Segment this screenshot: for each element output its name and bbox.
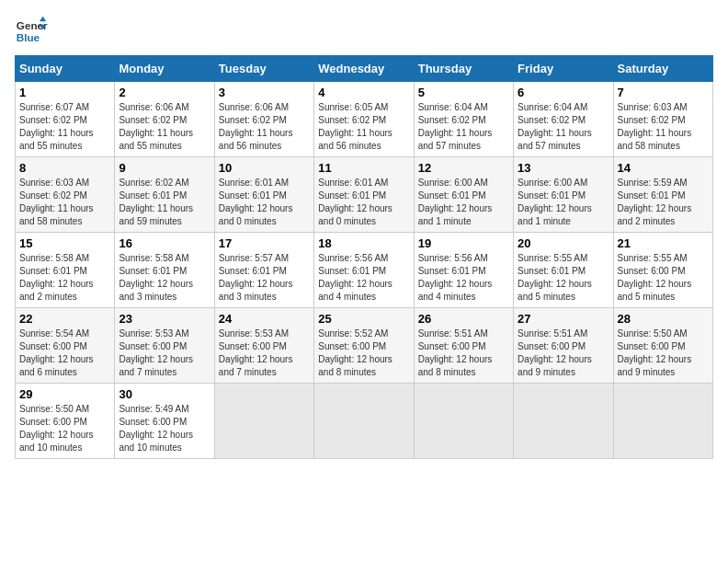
calendar-cell: 30 Sunrise: 5:49 AMSunset: 6:00 PMDaylig…	[115, 384, 214, 459]
page-header: General Blue	[15, 15, 713, 48]
calendar-week-1: 1 Sunrise: 6:07 AMSunset: 6:02 PMDayligh…	[16, 82, 713, 157]
day-number: 22	[19, 312, 110, 326]
calendar-cell: 5 Sunrise: 6:04 AMSunset: 6:02 PMDayligh…	[414, 82, 513, 157]
calendar-cell: 29 Sunrise: 5:50 AMSunset: 6:00 PMDaylig…	[16, 384, 115, 459]
day-info: Sunrise: 6:07 AMSunset: 6:02 PMDaylight:…	[19, 101, 110, 153]
calendar-cell: 22 Sunrise: 5:54 AMSunset: 6:00 PMDaylig…	[16, 308, 115, 384]
day-number: 19	[418, 236, 509, 250]
day-info: Sunrise: 6:05 AMSunset: 6:02 PMDaylight:…	[318, 101, 409, 153]
day-number: 18	[318, 236, 409, 250]
day-number: 12	[418, 161, 509, 175]
calendar-cell: 2 Sunrise: 6:06 AMSunset: 6:02 PMDayligh…	[115, 82, 214, 157]
calendar-cell	[414, 384, 513, 459]
day-info: Sunrise: 5:59 AMSunset: 6:01 PMDaylight:…	[618, 177, 709, 228]
calendar-cell: 24 Sunrise: 5:53 AMSunset: 6:00 PMDaylig…	[214, 308, 313, 384]
calendar-cell: 18 Sunrise: 5:56 AMSunset: 6:01 PMDaylig…	[314, 233, 414, 308]
calendar-week-4: 22 Sunrise: 5:54 AMSunset: 6:00 PMDaylig…	[16, 308, 713, 384]
day-info: Sunrise: 6:04 AMSunset: 6:02 PMDaylight:…	[418, 101, 509, 153]
day-number: 23	[119, 312, 210, 326]
day-number: 3	[219, 86, 310, 99]
header-thursday: Thursday	[414, 56, 513, 82]
day-number: 7	[618, 86, 709, 99]
calendar-cell: 15 Sunrise: 5:58 AMSunset: 6:01 PMDaylig…	[16, 233, 115, 308]
day-number: 27	[518, 312, 609, 326]
day-info: Sunrise: 5:55 AMSunset: 6:01 PMDaylight:…	[518, 252, 609, 304]
day-number: 16	[119, 236, 210, 250]
day-number: 26	[418, 312, 509, 326]
calendar-header-row: SundayMondayTuesdayWednesdayThursdayFrid…	[16, 56, 713, 82]
day-number: 14	[618, 161, 709, 175]
day-number: 20	[518, 236, 609, 250]
header-sunday: Sunday	[16, 56, 115, 82]
calendar-cell: 28 Sunrise: 5:50 AMSunset: 6:00 PMDaylig…	[613, 308, 712, 384]
day-info: Sunrise: 6:01 AMSunset: 6:01 PMDaylight:…	[219, 177, 310, 228]
day-info: Sunrise: 6:02 AMSunset: 6:01 PMDaylight:…	[119, 177, 210, 228]
day-number: 10	[219, 161, 310, 175]
calendar-cell: 23 Sunrise: 5:53 AMSunset: 6:00 PMDaylig…	[115, 308, 214, 384]
day-info: Sunrise: 5:56 AMSunset: 6:01 PMDaylight:…	[318, 252, 409, 304]
calendar-cell: 13 Sunrise: 6:00 AMSunset: 6:01 PMDaylig…	[514, 157, 613, 233]
header-wednesday: Wednesday	[314, 56, 414, 82]
calendar-cell: 19 Sunrise: 5:56 AMSunset: 6:01 PMDaylig…	[414, 233, 513, 308]
calendar-cell: 7 Sunrise: 6:03 AMSunset: 6:02 PMDayligh…	[613, 82, 712, 157]
calendar-cell: 14 Sunrise: 5:59 AMSunset: 6:01 PMDaylig…	[613, 157, 712, 233]
calendar-cell: 9 Sunrise: 6:02 AMSunset: 6:01 PMDayligh…	[115, 157, 214, 233]
calendar-cell: 3 Sunrise: 6:06 AMSunset: 6:02 PMDayligh…	[214, 82, 313, 157]
day-info: Sunrise: 6:00 AMSunset: 6:01 PMDaylight:…	[518, 177, 609, 228]
calendar-cell: 6 Sunrise: 6:04 AMSunset: 6:02 PMDayligh…	[514, 82, 613, 157]
day-number: 8	[19, 161, 110, 175]
day-info: Sunrise: 5:54 AMSunset: 6:00 PMDaylight:…	[19, 327, 110, 379]
day-number: 29	[19, 387, 110, 401]
day-number: 1	[19, 86, 110, 99]
day-number: 21	[618, 236, 709, 250]
calendar-cell	[613, 384, 712, 459]
calendar-cell: 11 Sunrise: 6:01 AMSunset: 6:01 PMDaylig…	[314, 157, 414, 233]
day-number: 13	[518, 161, 609, 175]
day-number: 25	[318, 312, 409, 326]
day-info: Sunrise: 6:06 AMSunset: 6:02 PMDaylight:…	[119, 101, 210, 153]
calendar-cell: 10 Sunrise: 6:01 AMSunset: 6:01 PMDaylig…	[214, 157, 313, 233]
day-number: 9	[119, 161, 210, 175]
day-info: Sunrise: 5:51 AMSunset: 6:00 PMDaylight:…	[518, 327, 609, 379]
day-info: Sunrise: 5:50 AMSunset: 6:00 PMDaylight:…	[618, 327, 709, 379]
svg-text:Blue: Blue	[17, 31, 40, 43]
calendar-cell: 16 Sunrise: 5:58 AMSunset: 6:01 PMDaylig…	[115, 233, 214, 308]
day-info: Sunrise: 5:56 AMSunset: 6:01 PMDaylight:…	[418, 252, 509, 304]
logo-icon: General Blue	[15, 15, 48, 48]
day-number: 17	[219, 236, 310, 250]
calendar-week-2: 8 Sunrise: 6:03 AMSunset: 6:02 PMDayligh…	[16, 157, 713, 233]
day-number: 15	[19, 236, 110, 250]
day-info: Sunrise: 6:03 AMSunset: 6:02 PMDaylight:…	[618, 101, 709, 153]
day-number: 30	[119, 387, 210, 401]
day-info: Sunrise: 5:53 AMSunset: 6:00 PMDaylight:…	[119, 327, 210, 379]
calendar-cell: 1 Sunrise: 6:07 AMSunset: 6:02 PMDayligh…	[16, 82, 115, 157]
header-tuesday: Tuesday	[214, 56, 313, 82]
day-number: 11	[318, 161, 409, 175]
calendar-cell	[514, 384, 613, 459]
day-info: Sunrise: 5:55 AMSunset: 6:00 PMDaylight:…	[618, 252, 709, 304]
calendar-cell: 26 Sunrise: 5:51 AMSunset: 6:00 PMDaylig…	[414, 308, 513, 384]
day-number: 28	[618, 312, 709, 326]
day-info: Sunrise: 5:58 AMSunset: 6:01 PMDaylight:…	[19, 252, 110, 304]
header-monday: Monday	[115, 56, 214, 82]
day-info: Sunrise: 5:51 AMSunset: 6:00 PMDaylight:…	[418, 327, 509, 379]
calendar-cell: 12 Sunrise: 6:00 AMSunset: 6:01 PMDaylig…	[414, 157, 513, 233]
calendar-cell: 25 Sunrise: 5:52 AMSunset: 6:00 PMDaylig…	[314, 308, 414, 384]
day-info: Sunrise: 5:57 AMSunset: 6:01 PMDaylight:…	[219, 252, 310, 304]
day-info: Sunrise: 6:01 AMSunset: 6:01 PMDaylight:…	[318, 177, 409, 228]
calendar-cell: 4 Sunrise: 6:05 AMSunset: 6:02 PMDayligh…	[314, 82, 414, 157]
calendar-week-3: 15 Sunrise: 5:58 AMSunset: 6:01 PMDaylig…	[16, 233, 713, 308]
calendar-cell: 21 Sunrise: 5:55 AMSunset: 6:00 PMDaylig…	[613, 233, 712, 308]
day-info: Sunrise: 5:49 AMSunset: 6:00 PMDaylight:…	[119, 403, 210, 454]
day-number: 2	[119, 86, 210, 99]
header-saturday: Saturday	[613, 56, 712, 82]
calendar-cell: 17 Sunrise: 5:57 AMSunset: 6:01 PMDaylig…	[214, 233, 313, 308]
header-friday: Friday	[514, 56, 613, 82]
day-info: Sunrise: 6:06 AMSunset: 6:02 PMDaylight:…	[219, 101, 310, 153]
day-number: 6	[518, 86, 609, 99]
day-info: Sunrise: 5:50 AMSunset: 6:00 PMDaylight:…	[19, 403, 110, 454]
day-info: Sunrise: 6:03 AMSunset: 6:02 PMDaylight:…	[19, 177, 110, 228]
calendar-cell: 8 Sunrise: 6:03 AMSunset: 6:02 PMDayligh…	[16, 157, 115, 233]
calendar-cell: 27 Sunrise: 5:51 AMSunset: 6:00 PMDaylig…	[514, 308, 613, 384]
day-info: Sunrise: 6:04 AMSunset: 6:02 PMDaylight:…	[518, 101, 609, 153]
